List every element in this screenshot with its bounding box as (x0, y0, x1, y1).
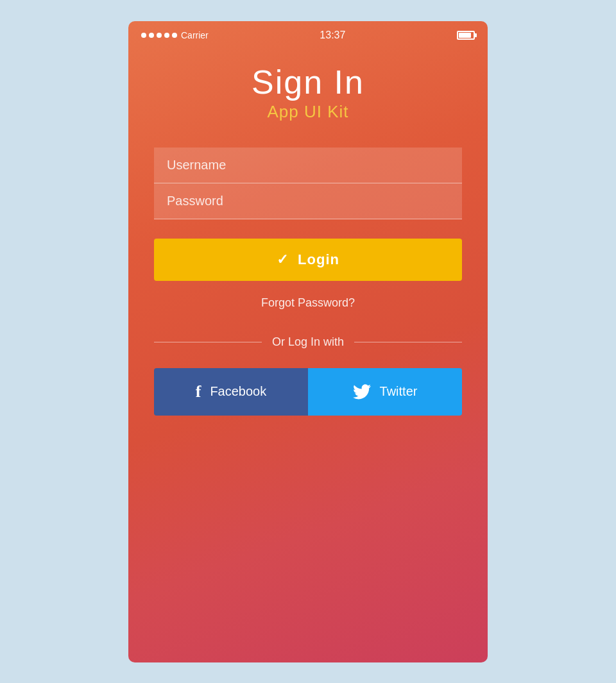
facebook-icon: f (196, 382, 201, 401)
twitter-bird-icon (353, 384, 371, 400)
facebook-login-button[interactable]: f Facebook (154, 368, 308, 416)
status-left: Carrier (141, 30, 209, 40)
password-input[interactable] (167, 194, 449, 208)
status-bar: Carrier 13:37 (128, 21, 488, 49)
page-subtitle: App UI Kit (252, 102, 364, 122)
signal-dot-1 (141, 33, 146, 38)
divider-text: Or Log In with (272, 335, 344, 349)
page-title: Sign In (252, 62, 364, 102)
forgot-password-link[interactable]: Forgot Password? (261, 296, 355, 310)
signal-dot-5 (172, 33, 177, 38)
battery-fill (459, 33, 471, 38)
divider-line-right (354, 342, 462, 342)
carrier-label: Carrier (181, 30, 209, 40)
header-section: Sign In App UI Kit (252, 62, 364, 122)
facebook-label: Facebook (210, 384, 266, 399)
time-display: 13:37 (320, 30, 345, 41)
battery-indicator (457, 31, 475, 40)
divider-line-left (154, 342, 262, 342)
login-button-label: Login (298, 251, 339, 268)
signal-dot-4 (164, 33, 169, 38)
signal-dots (141, 33, 177, 38)
social-buttons: f Facebook Twitter (154, 368, 462, 416)
login-form (154, 148, 462, 219)
signal-dot-3 (157, 33, 162, 38)
main-content: Sign In App UI Kit ✓ Login Forgot Passwo… (128, 49, 488, 662)
password-group (154, 183, 462, 219)
username-input[interactable] (167, 158, 449, 173)
twitter-label: Twitter (380, 384, 418, 399)
checkmark-icon: ✓ (277, 251, 289, 268)
phone-screen: Carrier 13:37 Sign In App UI Kit ✓ (128, 21, 488, 662)
login-button[interactable]: ✓ Login (154, 239, 462, 281)
divider-section: Or Log In with (154, 335, 462, 349)
signal-dot-2 (149, 33, 154, 38)
twitter-login-button[interactable]: Twitter (308, 368, 462, 416)
battery-icon (457, 31, 475, 40)
username-group (154, 148, 462, 183)
